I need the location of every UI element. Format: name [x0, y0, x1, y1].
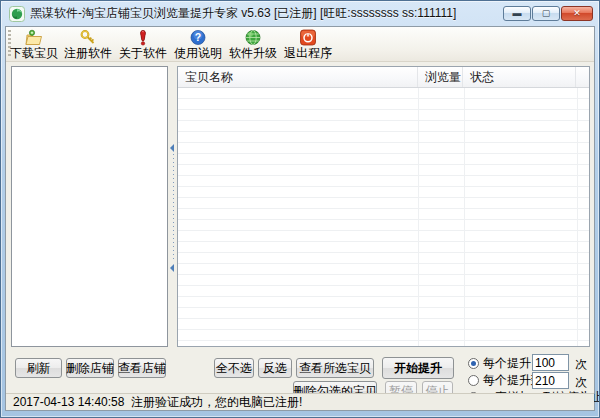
download-items-button[interactable]: 下载宝贝	[8, 28, 60, 61]
boost-option-label: 每个提升	[483, 355, 531, 372]
splitter-collapse-icon	[170, 264, 174, 272]
column-divider	[418, 88, 419, 346]
deselect-all-button[interactable]: 全不选	[214, 358, 254, 378]
column-divider	[464, 88, 465, 346]
globe-icon	[244, 29, 262, 46]
view-selected-items-button[interactable]: 查看所选宝贝	[296, 358, 374, 378]
status-bar: 2017-04-13 14:40:58 注册验证成功，您的电脑已注册!	[6, 393, 594, 410]
items-table-body[interactable]	[178, 88, 589, 346]
client-area: 下载宝贝 注册软件 关于软件	[5, 26, 595, 411]
close-button[interactable]: ✕	[561, 6, 593, 21]
items-table-header: 宝贝名称 浏览量 状态	[178, 67, 589, 88]
column-header-status[interactable]: 状态	[463, 67, 576, 87]
delete-shop-button[interactable]: 删除店铺	[66, 358, 114, 378]
splitter-collapse-icon	[170, 144, 174, 152]
panel-splitter[interactable]	[170, 66, 177, 347]
column-header-views[interactable]: 浏览量	[418, 67, 463, 87]
boost-option-per-item[interactable]: 每个提升	[468, 356, 531, 370]
toolbar-button-label: 软件升级	[229, 46, 277, 60]
about-software-button[interactable]: 关于软件	[117, 28, 169, 61]
boost-target-input[interactable]	[532, 372, 569, 389]
radio-icon[interactable]	[468, 375, 479, 386]
window-title: 黑谋软件-淘宝店铺宝贝浏览量提升专家 v5.63 [已注册] [旺旺:sssss…	[30, 5, 456, 22]
help-icon: ?	[189, 29, 207, 46]
app-window: 黑谋软件-淘宝店铺宝贝浏览量提升专家 v5.63 [已注册] [旺旺:sssss…	[0, 0, 600, 418]
minimize-button[interactable]: ▬	[503, 6, 531, 21]
key-icon	[79, 29, 97, 46]
view-shop-button[interactable]: 查看店铺	[118, 358, 166, 378]
unit-label: 次	[575, 356, 587, 373]
items-table[interactable]: 宝贝名称 浏览量 状态	[177, 66, 590, 347]
upgrade-software-button[interactable]: 软件升级	[227, 28, 279, 61]
help-button[interactable]: ? 使用说明	[172, 28, 224, 61]
toolbar-button-label: 下载宝贝	[10, 46, 58, 60]
shop-list[interactable]	[11, 66, 168, 347]
splitter-grip	[173, 154, 174, 262]
invert-selection-button[interactable]: 反选	[258, 358, 292, 378]
toolbar-button-label: 注册软件	[64, 46, 112, 60]
maximize-button[interactable]: ▢	[532, 6, 560, 21]
column-header-item-name[interactable]: 宝贝名称	[178, 67, 418, 87]
power-icon	[299, 29, 317, 46]
window-controls: ▬ ▢ ✕	[503, 6, 593, 21]
exclamation-icon	[134, 29, 152, 46]
close-icon: ✕	[573, 9, 581, 18]
exit-program-button[interactable]: 退出程序	[282, 28, 334, 61]
boost-count-input[interactable]	[532, 354, 569, 371]
column-header-extra	[576, 67, 589, 87]
app-icon	[9, 6, 25, 22]
refresh-button[interactable]: 刷新	[15, 358, 62, 378]
column-divider	[577, 88, 578, 346]
toolbar: 下载宝贝 注册软件 关于软件	[6, 27, 594, 62]
start-boost-button[interactable]: 开始提升	[382, 357, 454, 379]
maximize-icon: ▢	[542, 9, 551, 18]
register-software-button[interactable]: 注册软件	[62, 28, 114, 61]
radio-selected-icon[interactable]	[468, 358, 479, 369]
svg-text:?: ?	[195, 31, 201, 43]
titlebar[interactable]: 黑谋软件-淘宝店铺宝贝浏览量提升专家 v5.63 [已注册] [旺旺:sssss…	[1, 1, 599, 26]
toolbar-button-label: 使用说明	[174, 46, 222, 60]
minimize-icon: ▬	[513, 9, 522, 18]
toolbar-button-label: 退出程序	[284, 46, 332, 60]
toolbar-button-label: 关于软件	[119, 46, 167, 60]
download-folder-icon	[25, 29, 43, 46]
